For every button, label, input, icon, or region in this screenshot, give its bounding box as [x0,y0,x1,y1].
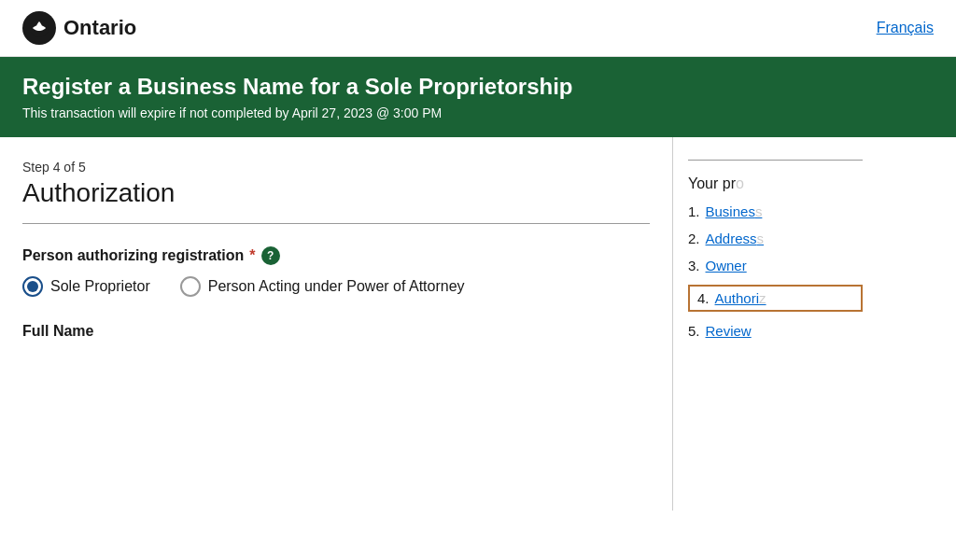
sidebar-item-1: 1. Business [688,203,863,219]
radio-circle-power-of-attorney [180,276,201,297]
sidebar-list: 1. Business 2. Addresss 3. Owner 4. Auth… [688,203,863,339]
top-header: Ontario Français [0,0,956,57]
sidebar-link-2[interactable]: Addresss [706,231,765,246]
sidebar-link-3[interactable]: Owner [706,258,747,273]
required-star: * [249,247,255,264]
sidebar-link-4[interactable]: Authoriz [715,290,766,306]
sidebar-link-1[interactable]: Business [706,203,763,219]
help-icon[interactable]: ? [261,246,280,265]
radio-power-of-attorney[interactable]: Person Acting under Power of Attorney [180,276,465,297]
section-divider [22,223,650,224]
radio-circle-sole-proprietor [22,276,43,297]
sidebar-link-5[interactable]: Review [706,323,752,339]
sidebar-title: Your pro [688,175,863,192]
banner-subtitle: This transaction will expire if not comp… [22,105,934,120]
person-label-text: Person authorizing registration [22,247,244,264]
full-name-label: Full Name [22,323,650,340]
trillium-icon [22,11,56,45]
green-banner: Register a Business Name for a Sole Prop… [0,57,956,137]
logo-text: Ontario [63,16,136,40]
radio-label-power-of-attorney: Person Acting under Power of Attorney [208,278,465,295]
sidebar-divider [688,160,863,161]
sidebar-item-5: 5. Review [688,323,863,339]
step-label: Step 4 of 5 [22,160,650,175]
banner-title: Register a Business Name for a Sole Prop… [22,74,934,100]
ontario-logo: Ontario [22,11,136,45]
content-area: Step 4 of 5 Authorization Person authori… [0,137,672,511]
sidebar: Your pro 1. Business 2. Addresss 3. Owne… [672,137,878,511]
sidebar-item-2: 2. Addresss [688,231,863,246]
sidebar-item-4-active: 4. Authoriz [688,285,863,312]
francais-link[interactable]: Français [877,20,934,36]
radio-sole-proprietor[interactable]: Sole Proprietor [22,276,150,297]
radio-group: Sole Proprietor Person Acting under Powe… [22,276,650,297]
step-title: Authorization [22,178,650,208]
main-container: Step 4 of 5 Authorization Person authori… [0,137,956,511]
sidebar-item-3: 3. Owner [688,258,863,273]
person-field-label: Person authorizing registration * ? [22,246,650,265]
radio-label-sole-proprietor: Sole Proprietor [50,278,150,295]
